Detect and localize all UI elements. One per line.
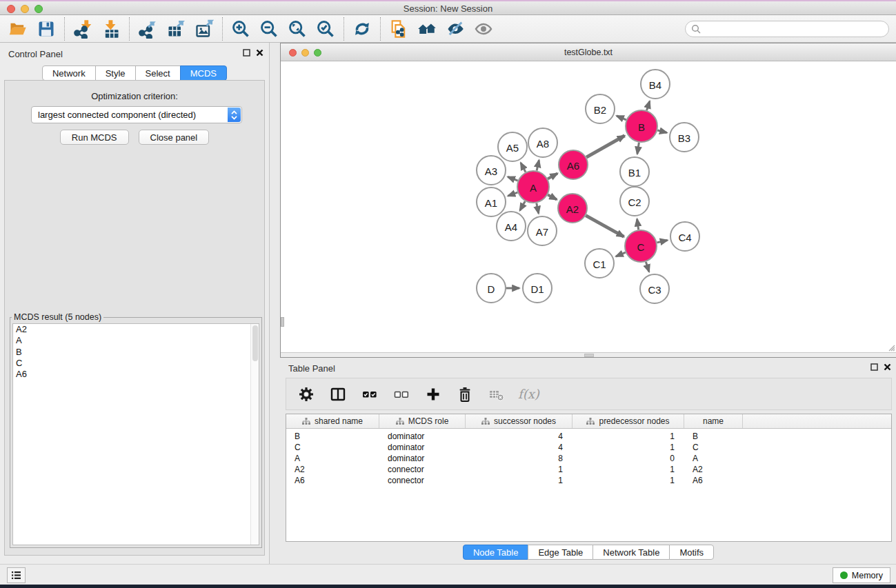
tab-style[interactable]: Style [95, 65, 136, 81]
graph-node-C2[interactable]: C2 [620, 187, 649, 216]
graph-edge-A-A6[interactable] [548, 174, 557, 179]
delete-column-trash-icon[interactable] [455, 384, 475, 405]
table-row[interactable]: A6 connector 1 1 A6 [286, 475, 891, 486]
table-row[interactable]: A2 connector 1 1 A2 [286, 464, 891, 475]
tab-network[interactable]: Network [42, 65, 96, 81]
show-column-icon[interactable] [328, 384, 348, 405]
graph-edge-C-C4[interactable] [657, 241, 667, 243]
graph-node-D1[interactable]: D1 [523, 274, 552, 303]
import-network-icon[interactable] [72, 18, 94, 40]
tab-select[interactable]: Select [135, 65, 181, 81]
graph-edge-A-A8[interactable] [537, 160, 539, 170]
column-header-name[interactable]: name [684, 414, 743, 428]
graph-edge-A2-C[interactable] [586, 216, 624, 237]
table-row[interactable]: B dominator 4 1 B [286, 431, 891, 442]
optimization-criterion-select[interactable]: largest connected component (directed) [31, 106, 242, 123]
tab-network-table[interactable]: Network Table [593, 545, 670, 560]
graph-node-A6[interactable]: A6 [559, 150, 588, 179]
float-panel-icon[interactable] [870, 363, 878, 371]
float-panel-icon[interactable] [243, 49, 250, 57]
graph-edge-A-A1[interactable] [508, 192, 517, 196]
tab-mcds[interactable]: MCDS [180, 65, 227, 81]
list-item[interactable]: A2 [13, 324, 259, 335]
graph-edge-A-A5[interactable] [521, 163, 526, 172]
graph-edge-B-B3[interactable] [657, 130, 667, 133]
graph-edge-A-A3[interactable] [508, 177, 517, 181]
export-network-icon[interactable] [137, 18, 159, 40]
graph-node-B3[interactable]: B3 [670, 123, 699, 152]
graph-node-B[interactable]: B [626, 110, 657, 142]
graph-node-B2[interactable]: B2 [586, 94, 615, 123]
graph-node-A5[interactable]: A5 [498, 132, 527, 161]
graph-edge-B-B1[interactable] [637, 143, 639, 154]
graph-edge-A-A4[interactable] [520, 201, 526, 210]
zoom-out-icon[interactable] [258, 18, 280, 40]
graph-node-C3[interactable]: C3 [640, 274, 669, 303]
tab-motifs[interactable]: Motifs [669, 545, 714, 560]
close-panel-icon[interactable] [884, 363, 891, 371]
zoom-fit-icon[interactable] [286, 18, 308, 40]
select-all-icon[interactable] [359, 384, 380, 405]
list-scrollbar[interactable] [250, 324, 259, 545]
column-header-mcds-role[interactable]: MCDS role [379, 414, 466, 428]
list-item[interactable]: A6 [13, 369, 259, 380]
tab-edge-table[interactable]: Edge Table [528, 545, 593, 560]
graph-node-A3[interactable]: A3 [477, 156, 506, 185]
close-panel-button[interactable]: Close panel [139, 130, 210, 145]
graph-node-A[interactable]: A [517, 171, 549, 203]
graph-node-A7[interactable]: A7 [528, 216, 557, 245]
vertical-scrollbar-thumb[interactable] [281, 317, 284, 327]
zoom-in-icon[interactable] [230, 18, 252, 40]
clone-network-icon[interactable] [388, 18, 410, 40]
save-session-icon[interactable] [35, 18, 57, 40]
graph-edge-C-C3[interactable] [646, 262, 649, 272]
delete-table-icon[interactable] [486, 384, 507, 405]
network-canvas[interactable]: AA1A2A3A4A5A6A7A8BB1B2B3B4CC1C2C3C4DD1 [281, 61, 896, 353]
zoom-selected-icon[interactable] [315, 18, 337, 40]
tab-node-table[interactable]: Node Table [463, 545, 529, 560]
graph-node-A1[interactable]: A1 [477, 187, 506, 216]
search-input[interactable] [685, 21, 889, 37]
apply-layout-icon[interactable] [351, 18, 373, 40]
create-column-plus-icon[interactable] [423, 384, 444, 405]
graph-node-A4[interactable]: A4 [497, 212, 526, 241]
table-row[interactable]: C dominator 4 1 C [286, 442, 891, 453]
graph-node-C[interactable]: C [625, 230, 657, 262]
resize-grip[interactable] [887, 343, 895, 352]
hide-selected-icon[interactable] [444, 18, 466, 40]
network-window-titlebar[interactable]: testGlobe.txt [281, 43, 896, 61]
memory-button[interactable]: Memory [833, 567, 890, 583]
graph-edge-A6-B[interactable] [586, 136, 624, 157]
column-header-successor-nodes[interactable]: successor nodes [466, 414, 573, 428]
graph-node-B4[interactable]: B4 [641, 70, 670, 99]
export-table-icon[interactable] [165, 18, 187, 40]
graph-node-A8[interactable]: A8 [528, 128, 557, 157]
graph-node-C4[interactable]: C4 [670, 222, 699, 251]
graph-edge-A-A2[interactable] [548, 194, 557, 199]
graph-edge-A-A7[interactable] [537, 203, 539, 214]
open-file-icon[interactable] [7, 18, 29, 40]
table-row[interactable]: A dominator 8 0 A [286, 453, 891, 464]
import-table-icon[interactable] [100, 18, 122, 40]
show-all-icon[interactable] [472, 18, 495, 40]
graph-edge-B-B2[interactable] [617, 116, 626, 120]
export-image-icon[interactable] [193, 18, 215, 40]
column-header-shared-name[interactable]: shared name [286, 414, 379, 428]
graph-node-D[interactable]: D [477, 274, 506, 303]
list-item[interactable]: C [13, 358, 259, 369]
graph-edge-C-C2[interactable] [637, 219, 639, 230]
graph-node-A2[interactable]: A2 [558, 194, 587, 223]
graph-edge-C-C1[interactable] [616, 252, 626, 256]
list-item[interactable]: B [13, 347, 259, 358]
column-header-predecessor-nodes[interactable]: predecessor nodes [573, 414, 684, 428]
graph-node-B1[interactable]: B1 [620, 157, 649, 186]
deselect-all-icon[interactable] [391, 384, 412, 405]
function-builder-icon[interactable]: f(x) [518, 387, 539, 401]
horizontal-scrollbar[interactable] [281, 352, 896, 357]
task-history-button[interactable] [7, 567, 26, 583]
close-panel-icon[interactable] [256, 49, 263, 57]
first-neighbors-icon[interactable] [416, 18, 438, 40]
graph-edge-B-B4[interactable] [646, 101, 649, 110]
graph-node-C1[interactable]: C1 [585, 249, 614, 278]
table-settings-gear-icon[interactable] [296, 384, 317, 405]
